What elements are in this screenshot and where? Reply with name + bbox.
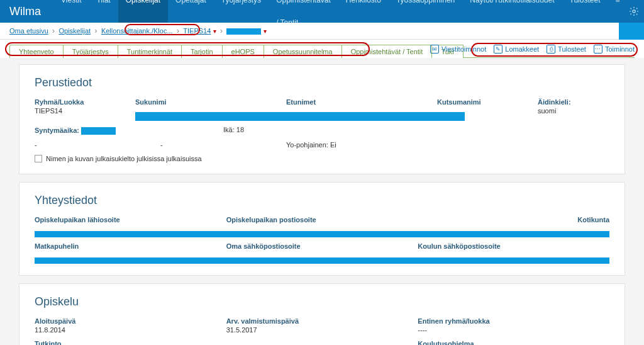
chevron-down-icon[interactable]: ▾	[264, 28, 267, 35]
breadcrumb-student-redacted[interactable]	[226, 28, 261, 35]
tab-opetussuunnitelma[interactable]: Opetussuunnitelma	[264, 45, 342, 58]
action-tulosteet[interactable]: ⎙ Tulosteet	[547, 45, 586, 54]
entinen-ryhma-value: ----	[418, 326, 609, 334]
opiskelu-title: Opiskelu	[35, 295, 609, 308]
kutsumanimi-label: Kutsumanimi	[437, 98, 538, 106]
yhteystiedot-card: Yhteystiedot Opiskelupaikan lähiosoite O…	[19, 182, 625, 276]
tab-oppimistehtavat[interactable]: Oppimistehtävät / Tentit	[341, 45, 433, 58]
julkaisukielto-label: Nimen ja kuvan julkaisukielto julkisissa…	[46, 155, 202, 162]
perustiedot-card: Perustiedot Ryhmä/Luokka TIEPS14 Sukunim…	[19, 64, 625, 174]
mail-icon: ✉	[430, 45, 439, 54]
syntymaaika-label: Syntymäaika:	[35, 127, 79, 134]
aidinkieli-value: suomi	[538, 107, 613, 115]
arv-valm-label: Arv. valmistumispäivä	[226, 317, 418, 325]
settings-icon[interactable]	[628, 5, 640, 18]
action-viestitoiminnot[interactable]: ✉ Viestitoiminnot	[430, 45, 486, 54]
julkaisukielto-checkbox[interactable]	[35, 155, 42, 162]
perustiedot-title: Perustiedot	[35, 76, 609, 89]
ryhma-value: TIEPS14	[35, 107, 135, 115]
action-toiminnot[interactable]: ⋯ Toiminnot	[594, 45, 635, 54]
arv-valm-value: 31.5.2017	[226, 326, 418, 334]
dash1: -	[35, 141, 160, 149]
breadcrumb-school[interactable]: Kellonsoittajank./Kloc...	[101, 27, 173, 35]
yhteys-redacted	[35, 257, 609, 264]
tab-yhteenveto[interactable]: Yhteenveto	[9, 45, 64, 58]
svg-point-0	[632, 10, 635, 13]
oma-sahkoposti-label: Oma sähköpostiosoite	[226, 242, 418, 250]
breadcrumb-home[interactable]: Oma etusivu	[9, 27, 48, 35]
syntymaaika-redacted	[81, 127, 116, 135]
opiskelu-card: Opiskelu Aloituspäivä 11.8.2014 Arv. val…	[19, 283, 625, 345]
aloituspaiva-label: Aloituspäivä	[35, 317, 226, 325]
breadcrumb-group[interactable]: TIEPS14	[183, 27, 211, 35]
print-icon: ⎙	[547, 45, 555, 54]
etunimet-label: Etunimet	[286, 98, 437, 106]
tab-tarjotin[interactable]: Tarjotin	[181, 45, 222, 58]
breadcrumb: Oma etusivu › Opiskelijat › Kellonsoitta…	[0, 23, 644, 40]
aloituspaiva-value: 11.8.2014	[35, 326, 226, 334]
aidinkieli-label: Äidinkieli:	[538, 98, 613, 106]
subtabs-row: Yhteenveto Työjärjestys Tuntimerkinnät T…	[0, 40, 644, 58]
page-actions: ✉ Viestitoiminnot ✎ Lomakkeet ⎙ Tulostee…	[430, 45, 635, 54]
tab-tuntimerkinnat[interactable]: Tuntimerkinnät	[118, 45, 182, 58]
osoite-redacted	[35, 231, 609, 237]
actions-icon: ⋯	[594, 45, 602, 54]
entinen-ryhma-label: Entinen ryhmä/luokka	[418, 317, 609, 325]
sukunimi-label: Sukunimi	[135, 98, 286, 106]
koulutusohjelma-label: Koulutusohjelma	[418, 340, 609, 345]
koulun-sahkoposti-label: Koulun sähköpostiosoite	[418, 242, 609, 250]
matkapuhelin-label: Matkapuhelin	[35, 242, 226, 250]
postiosoite-label: Opiskelupaikan postiosoite	[226, 216, 418, 223]
top-navigation: Wilma Viestit Tilat Opiskelijat Opettaja…	[0, 0, 644, 23]
chevron-down-icon[interactable]: ▾	[213, 28, 216, 35]
tab-ehops[interactable]: eHOPS	[222, 45, 264, 58]
yo-pohjainen: Yo-pohjainen: Ei	[286, 141, 336, 149]
app-logo[interactable]: Wilma	[9, 5, 41, 18]
lahiosoite-label: Opiskelupaikan lähiosoite	[35, 216, 226, 223]
form-icon: ✎	[494, 45, 502, 54]
ika-value: Ikä: 18	[223, 126, 244, 135]
action-lomakkeet[interactable]: ✎ Lomakkeet	[494, 45, 539, 54]
yhteystiedot-title: Yhteystiedot	[35, 194, 609, 207]
kotikunta-label: Kotikunta	[418, 216, 609, 223]
tutkinto-label: Tutkinto	[35, 340, 418, 345]
ryhma-label: Ryhmä/Luokka	[35, 98, 135, 106]
breadcrumb-opiskelijat[interactable]: Opiskelijat	[58, 27, 91, 35]
dash2: -	[160, 141, 286, 149]
tab-tyojarjestys[interactable]: Työjärjestys	[63, 45, 118, 58]
